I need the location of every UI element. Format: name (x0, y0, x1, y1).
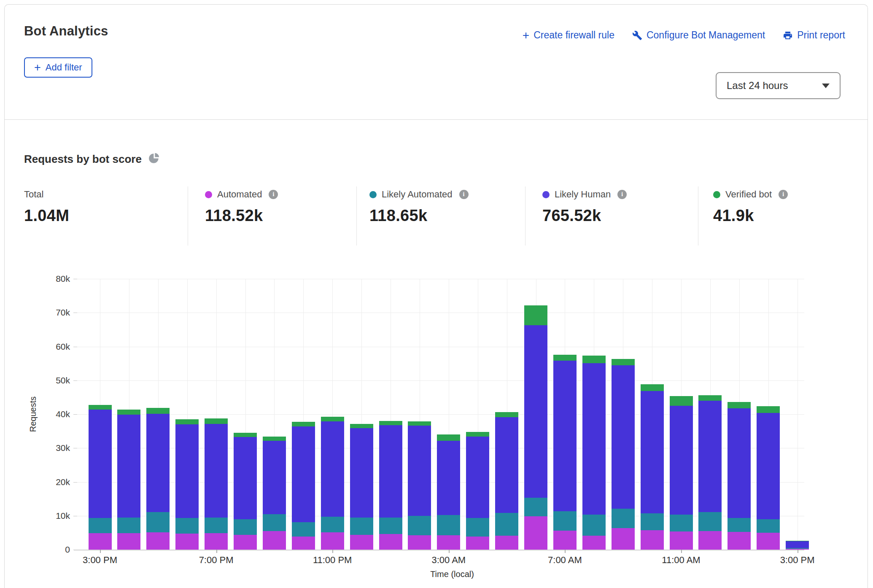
bar-segment-likely-automated[interactable] (698, 512, 722, 531)
bar-segment-likely-automated[interactable] (641, 513, 664, 530)
bar-segment-automated[interactable] (117, 533, 140, 550)
stacked-bar-1000pm[interactable] (292, 422, 315, 550)
stacked-bar-100am[interactable] (379, 421, 402, 550)
bar-segment-likely-human[interactable] (495, 417, 518, 512)
bar-segment-likely-automated[interactable] (757, 519, 780, 533)
bar-segment-likely-automated[interactable] (321, 517, 344, 532)
bar-segment-verified-bot[interactable] (670, 396, 693, 405)
bar-segment-likely-automated[interactable] (350, 518, 373, 535)
bar-segment-verified-bot[interactable] (524, 305, 547, 325)
bar-segment-automated[interactable] (641, 530, 664, 550)
bar-segment-automated[interactable] (175, 534, 199, 550)
stacked-bar-500pm[interactable] (146, 408, 170, 550)
bar-segment-verified-bot[interactable] (205, 418, 228, 423)
stacked-bar-600am[interactable] (524, 305, 547, 550)
stacked-bar-300am[interactable] (437, 434, 460, 550)
stacked-bar-700pm[interactable] (205, 418, 228, 550)
stacked-bar-1200am[interactable] (350, 424, 373, 550)
bar-segment-automated[interactable] (698, 531, 722, 550)
stacked-bar-200pm[interactable] (757, 406, 780, 550)
bar-segment-likely-human[interactable] (553, 361, 577, 511)
bar-segment-verified-bot[interactable] (466, 432, 489, 437)
bar-segment-likely-human[interactable] (146, 414, 170, 512)
bar-segment-likely-automated[interactable] (670, 515, 693, 531)
stacked-bar-800pm[interactable] (234, 433, 257, 550)
bar-segment-verified-bot[interactable] (350, 424, 373, 428)
time-range-select[interactable]: Last 24 hours (716, 72, 841, 99)
bar-segment-likely-human[interactable] (292, 426, 315, 522)
bar-segment-verified-bot[interactable] (292, 422, 315, 426)
stacked-bar-900am[interactable] (612, 359, 635, 550)
bar-segment-likely-automated[interactable] (437, 515, 460, 535)
bar-segment-automated[interactable] (350, 535, 373, 550)
bar-segment-likely-human[interactable] (757, 413, 780, 519)
bar-segment-verified-bot[interactable] (379, 421, 402, 425)
stacked-bar-400pm[interactable] (117, 410, 140, 550)
stacked-bar-300pm[interactable] (89, 405, 112, 550)
bar-segment-likely-automated[interactable] (495, 513, 518, 536)
bar-segment-automated[interactable] (757, 533, 780, 550)
bar-segment-likely-human[interactable] (234, 437, 257, 519)
bar-segment-automated[interactable] (466, 537, 489, 550)
bar-segment-likely-automated[interactable] (234, 519, 257, 535)
bar-segment-automated[interactable] (437, 535, 460, 550)
stacked-bar-1000am[interactable] (641, 384, 664, 550)
bar-segment-verified-bot[interactable] (582, 356, 606, 363)
bar-segment-verified-bot[interactable] (146, 408, 170, 414)
bar-segment-automated[interactable] (379, 534, 402, 550)
bar-segment-likely-automated[interactable] (524, 498, 547, 516)
bar-segment-likely-automated[interactable] (117, 518, 140, 534)
bar-segment-likely-human[interactable] (89, 410, 112, 518)
bar-segment-likely-human[interactable] (728, 408, 751, 518)
requests-bar-chart[interactable]: 3:00 PM7:00 PM11:00 PM3:00 AM7:00 AM11:0… (77, 279, 807, 550)
bar-segment-verified-bot[interactable] (117, 410, 140, 415)
bar-segment-verified-bot[interactable] (495, 412, 518, 417)
bar-segment-likely-human[interactable] (263, 441, 286, 514)
bar-segment-automated[interactable] (89, 533, 112, 550)
bar-segment-likely-human[interactable] (379, 425, 402, 518)
info-icon[interactable]: i (269, 190, 278, 199)
info-icon[interactable]: i (617, 190, 627, 199)
bar-segment-automated[interactable] (292, 537, 315, 550)
bar-segment-likely-automated[interactable] (205, 518, 228, 534)
bar-segment-verified-bot[interactable] (408, 421, 431, 426)
bar-segment-likely-human[interactable] (408, 426, 431, 516)
info-icon[interactable]: i (459, 190, 469, 199)
stacked-bar-1100am[interactable] (670, 396, 693, 550)
bar-segment-likely-automated[interactable] (175, 518, 199, 534)
create-firewall-rule-link[interactable]: + Create firewall rule (523, 30, 614, 41)
bar-segment-likely-human[interactable] (786, 541, 809, 548)
bar-segment-verified-bot[interactable] (321, 417, 344, 421)
bar-segment-automated[interactable] (524, 516, 547, 550)
bar-segment-likely-human[interactable] (466, 437, 489, 518)
bar-segment-likely-human[interactable] (641, 391, 664, 513)
stacked-bar-300pm[interactable] (786, 541, 809, 550)
bar-segment-automated[interactable] (146, 532, 170, 550)
bar-segment-likely-automated[interactable] (582, 515, 606, 536)
bar-segment-automated[interactable] (670, 531, 693, 550)
bar-segment-likely-human[interactable] (321, 421, 344, 517)
bar-segment-automated[interactable] (582, 536, 606, 550)
bar-segment-automated[interactable] (321, 532, 344, 550)
bar-segment-automated[interactable] (728, 532, 751, 550)
stacked-bar-900pm[interactable] (263, 437, 286, 550)
bar-segment-likely-automated[interactable] (146, 512, 170, 532)
bar-segment-verified-bot[interactable] (263, 437, 286, 441)
stacked-bar-1100pm[interactable] (321, 417, 344, 550)
bar-segment-likely-human[interactable] (205, 424, 228, 518)
bar-segment-automated[interactable] (234, 535, 257, 550)
bar-segment-verified-bot[interactable] (698, 395, 722, 401)
bar-segment-likely-human[interactable] (612, 365, 635, 508)
bar-segment-likely-human[interactable] (698, 401, 722, 512)
stacked-bar-800am[interactable] (582, 356, 606, 550)
bar-segment-likely-automated[interactable] (612, 509, 635, 529)
bar-segment-verified-bot[interactable] (553, 355, 577, 361)
info-icon[interactable]: i (779, 190, 788, 199)
bar-segment-verified-bot[interactable] (175, 419, 199, 424)
stacked-bar-100pm[interactable] (728, 402, 751, 550)
bar-segment-likely-human[interactable] (350, 428, 373, 518)
bar-segment-likely-human[interactable] (117, 415, 140, 518)
bar-segment-automated[interactable] (553, 531, 577, 550)
bar-segment-likely-human[interactable] (175, 424, 199, 518)
bar-segment-likely-automated[interactable] (408, 516, 431, 535)
